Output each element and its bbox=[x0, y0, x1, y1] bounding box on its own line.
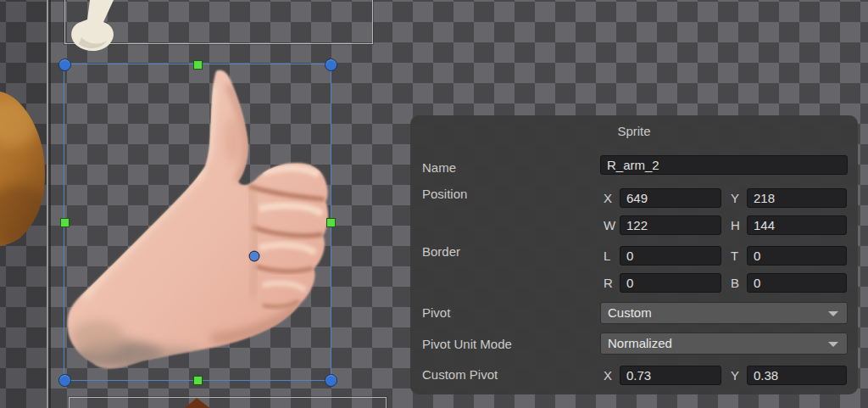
pivot-handle[interactable] bbox=[250, 252, 259, 260]
custom-pivot-x-input[interactable] bbox=[620, 366, 721, 385]
brown-sprite-image bbox=[0, 88, 53, 251]
pivot-unit-mode-dropdown-value: Normalized bbox=[608, 336, 672, 350]
custom-pivot-x-label: X bbox=[604, 368, 616, 383]
border-b-input[interactable] bbox=[747, 273, 847, 293]
resize-handle-top-left[interactable] bbox=[58, 59, 71, 71]
resize-handle-bottom[interactable] bbox=[193, 376, 203, 385]
position-h-input[interactable] bbox=[747, 215, 847, 235]
pivot-label: Pivot bbox=[422, 305, 450, 321]
position-h-label: H bbox=[731, 218, 743, 232]
sprite-selection-rect[interactable] bbox=[64, 64, 331, 381]
resize-handle-bottom-left[interactable] bbox=[58, 374, 71, 387]
name-input[interactable] bbox=[600, 155, 848, 175]
pivot-dropdown-value: Custom bbox=[608, 305, 652, 320]
custom-pivot-y-label: Y bbox=[731, 368, 743, 383]
border-r-label: R bbox=[604, 276, 616, 290]
sprite-rect-below[interactable] bbox=[69, 397, 387, 408]
sprite-panel: Sprite Name Position Border Pivot Pivot … bbox=[410, 115, 858, 394]
triangle-sprite-image bbox=[183, 398, 212, 408]
position-w-label: W bbox=[604, 218, 616, 232]
border-r-input[interactable] bbox=[620, 273, 721, 293]
sprite-editor-canvas: Sprite Name Position Border Pivot Pivot … bbox=[0, 0, 868, 408]
border-b-label: B bbox=[731, 276, 743, 290]
border-t-label: T bbox=[731, 249, 743, 263]
chevron-down-icon bbox=[828, 342, 838, 347]
border-l-input[interactable] bbox=[620, 246, 721, 265]
name-label: Name bbox=[422, 159, 456, 176]
pivot-unit-mode-label: Pivot Unit Mode bbox=[422, 336, 512, 353]
border-t-input[interactable] bbox=[747, 246, 847, 265]
position-label: Position bbox=[422, 186, 467, 203]
resize-handle-top-right[interactable] bbox=[325, 59, 337, 71]
bone-sprite-image bbox=[64, 0, 124, 53]
position-y-input[interactable] bbox=[747, 188, 847, 208]
position-y-label: Y bbox=[731, 191, 743, 205]
pivot-unit-mode-dropdown[interactable]: Normalized bbox=[600, 333, 848, 355]
position-x-label: X bbox=[604, 191, 616, 205]
resize-handle-left[interactable] bbox=[60, 218, 70, 227]
panel-title: Sprite bbox=[410, 124, 858, 138]
position-w-input[interactable] bbox=[620, 215, 721, 235]
resize-handle-bottom-right[interactable] bbox=[325, 374, 337, 387]
border-l-label: L bbox=[604, 249, 616, 263]
border-label: Border bbox=[422, 243, 460, 260]
resize-handle-right[interactable] bbox=[326, 218, 336, 227]
pivot-dropdown[interactable]: Custom bbox=[600, 302, 848, 324]
resize-handle-top[interactable] bbox=[193, 60, 203, 70]
custom-pivot-y-input[interactable] bbox=[747, 366, 847, 385]
position-x-input[interactable] bbox=[620, 188, 721, 208]
chevron-down-icon bbox=[828, 311, 838, 316]
custom-pivot-label: Custom Pivot bbox=[422, 366, 498, 383]
